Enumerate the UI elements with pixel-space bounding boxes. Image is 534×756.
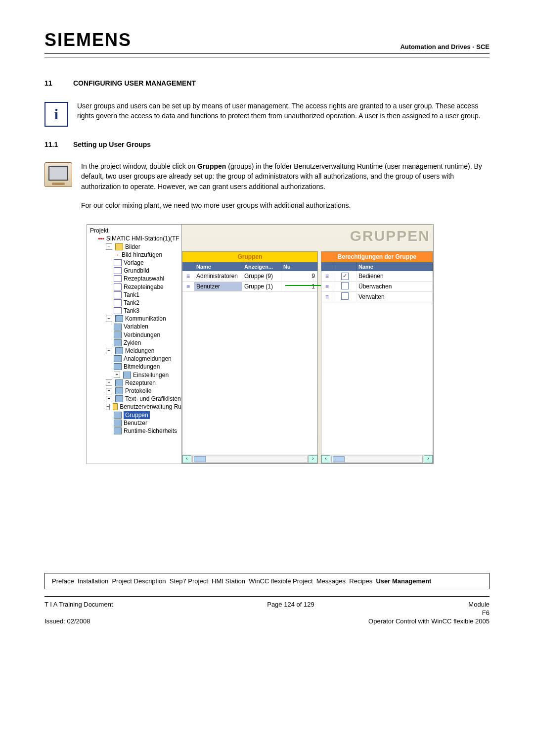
tree-item[interactable]: Vorlage	[114, 259, 181, 267]
scroll-right-icon[interactable]: ›	[309, 455, 317, 463]
info-icon	[44, 102, 68, 127]
scroll-left-icon[interactable]: ‹	[182, 455, 191, 463]
breadcrumb: Preface Installation Project Description…	[44, 573, 490, 589]
table-row[interactable]: ≡ Administratoren Gruppe (9) 9	[182, 271, 317, 282]
header-right-text: Automation and Drives - SCE	[400, 43, 490, 50]
section-number: 11	[44, 79, 60, 87]
tree-item[interactable]: Variablen	[114, 323, 181, 331]
tree-protokolle[interactable]: +Protokolle	[106, 387, 181, 395]
tree-item[interactable]: Grundbild	[114, 267, 181, 275]
tree-benutzerverwaltung[interactable]: −Benutzerverwaltung Ru	[106, 403, 181, 411]
tree-item[interactable]: Rezepteingabe	[114, 283, 181, 291]
footer-center: Page 124 of 129	[267, 601, 314, 608]
tree-root[interactable]: Projekt	[90, 227, 181, 235]
footer-right: Module	[468, 601, 490, 608]
tree-gruppen[interactable]: Gruppen	[114, 411, 181, 419]
paragraph-2: For our color mixing plant, we need two …	[81, 200, 490, 210]
tree-item[interactable]: Rezeptauswahl	[114, 275, 181, 283]
tree-item[interactable]: Tank1	[114, 291, 181, 299]
footer-right2: Operator Control with WinCC flexible 200…	[368, 617, 490, 625]
footer-issued: Issued: 02/2008	[44, 617, 90, 625]
tree-item[interactable]: →Bild hinzufügen	[114, 251, 181, 259]
tree-kommunikation[interactable]: −Kommunikation	[106, 315, 181, 323]
tree-item[interactable]: Tank3	[114, 307, 181, 315]
tree-station[interactable]: ▪▪▪SIMATIC HMI-Station(1)(TF	[98, 235, 181, 242]
tree-rezepturen[interactable]: +Rezepturen	[106, 379, 181, 387]
tree-benutzer-item[interactable]: Benutzer	[114, 419, 181, 427]
paragraph-1: In the project window, double click on G…	[81, 161, 490, 191]
table-row[interactable]: ≡ Überwachen	[321, 282, 433, 292]
footer-right-b: F6	[482, 609, 490, 616]
section-title: CONFIGURING USER MANAGEMENT	[73, 79, 196, 87]
checkbox[interactable]	[341, 282, 349, 289]
checkbox[interactable]	[341, 273, 349, 280]
permissions-grid-header: Name	[321, 262, 433, 271]
connector-line	[285, 285, 321, 286]
tree-item[interactable]: Verbindungen	[114, 331, 181, 339]
tree-item[interactable]: Analogmeldungen	[114, 355, 181, 363]
tree-item[interactable]: Zyklen	[114, 339, 181, 347]
tree-runtime-sicherheit[interactable]: Runtime-Sicherheits	[114, 427, 181, 435]
groups-grid-header: Name Anzeigen... Nu	[182, 262, 317, 271]
tree-meldungen[interactable]: −Meldungen	[106, 347, 181, 355]
monitor-icon	[44, 162, 72, 187]
table-row[interactable]: ≡ Benutzer Gruppe (1) 1	[182, 282, 317, 292]
groups-panel-title: Gruppen	[182, 252, 317, 262]
tree-bilder[interactable]: −Bilder	[106, 243, 181, 251]
siemens-logo: SIEMENS	[44, 30, 132, 50]
checkbox[interactable]	[341, 292, 349, 300]
groups-panel: Gruppen Name Anzeigen... Nu ≡ Administra…	[182, 251, 318, 464]
app-screenshot: Projekt ▪▪▪SIMATIC HMI-Station(1)(TF −Bi…	[87, 224, 434, 464]
panel-banner: GRUPPEN	[350, 228, 430, 244]
footer-left: T I A Training Document	[44, 601, 113, 608]
table-row[interactable]: ≡ Verwalten	[321, 292, 433, 302]
permissions-panel: Berechtigungen der Gruppe Name ≡ Bediene…	[321, 251, 433, 464]
subsection-title: Setting up User Groups	[73, 141, 151, 148]
tree-item[interactable]: +Einstellungen	[114, 371, 181, 379]
scroll-right-icon[interactable]: ›	[424, 455, 433, 463]
subsection-number: 11.1	[44, 141, 60, 148]
permissions-panel-title: Berechtigungen der Gruppe	[321, 252, 433, 262]
h-scrollbar[interactable]: ‹ ›	[321, 455, 433, 463]
tree-item[interactable]: Tank2	[114, 299, 181, 307]
intro-paragraph: User groups and users can be set up by m…	[77, 101, 490, 127]
scroll-left-icon[interactable]: ‹	[321, 455, 330, 463]
h-scrollbar[interactable]: ‹ ›	[182, 455, 317, 463]
table-row[interactable]: ≡ Bedienen	[321, 271, 433, 282]
tree-item[interactable]: Bitmeldungen	[114, 363, 181, 371]
project-tree[interactable]: Projekt ▪▪▪SIMATIC HMI-Station(1)(TF −Bi…	[87, 225, 182, 464]
tree-textgraf[interactable]: +Text- und Grafiklisten	[106, 395, 181, 403]
